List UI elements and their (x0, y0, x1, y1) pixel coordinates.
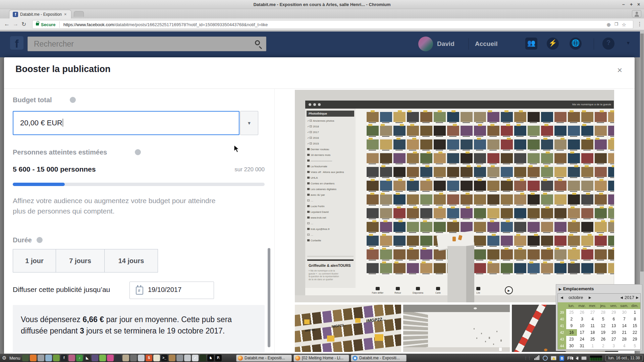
bookmark-star-icon[interactable]: ☆ (622, 22, 626, 28)
window-maximize-button[interactable]: + (630, 2, 633, 7)
screen-app-icon[interactable] (176, 355, 183, 361)
duration-info-icon[interactable] (37, 237, 43, 243)
package-app-icon[interactable] (169, 355, 175, 361)
firefox-icon[interactable] (30, 355, 37, 361)
calendar-day-selected[interactable]: 16 (566, 329, 577, 336)
color-wheel-app-icon[interactable] (107, 355, 114, 361)
cpu-graph-icon[interactable] (590, 355, 602, 361)
green-dots-app-icon[interactable] (99, 355, 106, 361)
calendar-day[interactable]: 13 (608, 322, 619, 329)
unity-icon[interactable]: ◣ (84, 355, 91, 361)
back-icon[interactable]: ← (4, 21, 10, 27)
calendar-day[interactable]: 10 (577, 322, 588, 329)
calendar-day[interactable]: 25 (587, 336, 598, 343)
spiral-app-icon[interactable] (53, 355, 60, 361)
account-caret-icon[interactable]: ▼ (626, 40, 631, 46)
calendar-day[interactable]: 24 (577, 336, 588, 343)
reach-info-icon[interactable] (135, 149, 141, 155)
calendar-day[interactable]: 6 (608, 316, 619, 322)
save-card-icon[interactable]: ❐ (614, 22, 618, 26)
pin-tool-icon[interactable] (122, 355, 129, 361)
calendar-day[interactable]: 26 (598, 336, 609, 343)
taskbar-window-button[interactable]: [02 Melting Home - Ll... (293, 355, 349, 362)
duration-option-14-jours[interactable]: 14 jours (105, 249, 158, 273)
prev-year-icon[interactable]: ◀ (620, 296, 623, 299)
reload-icon[interactable]: ↻ (21, 21, 26, 28)
next-year-icon[interactable]: ▶ (636, 296, 639, 299)
calendar-day[interactable]: 23 (566, 336, 577, 343)
calendar-day[interactable]: 1 (630, 309, 640, 316)
notifications-globe-icon[interactable]: 🌐 (570, 38, 582, 50)
budget-input[interactable]: 20,00 € EUR (13, 111, 239, 135)
emplacements-header[interactable]: ▶Emplacements (559, 286, 594, 291)
window-close-button[interactable]: × (637, 2, 640, 7)
facebook-search-box[interactable] (28, 37, 266, 51)
pd-app-icon[interactable]: P. (215, 355, 222, 361)
audio-jack-icon[interactable] (130, 355, 137, 361)
taskbar-window-button[interactable]: Databit.me - Expositi... (236, 355, 292, 362)
video-editor-icon[interactable] (115, 355, 121, 361)
notes-app-icon[interactable] (153, 355, 160, 361)
dialog-scrollbar-thumb[interactable] (268, 248, 270, 347)
budget-info-icon[interactable] (70, 97, 76, 103)
calendar-day[interactable]: 3 (608, 343, 619, 349)
date-picker-field[interactable]: 19/10/2017 (129, 282, 214, 299)
terminal-launcher-icon[interactable] (22, 355, 29, 361)
calendar-day[interactable]: 19 (598, 329, 609, 336)
prev-month-icon[interactable]: ◀ (560, 296, 563, 299)
search-icon[interactable] (255, 40, 260, 45)
display-warning-icon[interactable] (551, 356, 556, 360)
sublime-icon[interactable]: S (146, 355, 152, 361)
power-icon[interactable] (581, 356, 587, 360)
help-icon[interactable]: ? (602, 38, 614, 50)
calendar-day[interactable]: 11 (587, 322, 598, 329)
new-tab-button[interactable] (74, 11, 84, 17)
forward-icon[interactable]: → (13, 21, 18, 27)
gimp-icon[interactable] (38, 355, 44, 361)
calendar-day[interactable]: 21 (619, 329, 630, 336)
calendar-day[interactable]: 2 (598, 343, 609, 349)
page-scrollbar-thumb[interactable] (640, 34, 644, 272)
calendar-day[interactable]: 5 (598, 316, 609, 322)
calendar-day[interactable]: 27 (587, 309, 598, 316)
taskbar-menu-button[interactable]: Menu (9, 356, 20, 361)
calendar-day[interactable]: 30 (566, 343, 577, 349)
calendar-day[interactable]: 30 (619, 309, 630, 316)
calendar-day[interactable]: 5 (630, 343, 640, 349)
calendar-day[interactable]: 7 (619, 316, 630, 322)
post-photo-preview[interactable]: Ma vie numérique a de la gueule Photothè… (295, 90, 614, 302)
calendar-day[interactable]: 9 (566, 322, 577, 329)
clock-check-icon[interactable]: ✓ (192, 355, 199, 361)
zoom-icon[interactable]: ⊕ (606, 22, 611, 28)
duration-option-1-jour[interactable]: 1 jour (13, 249, 56, 273)
photo-thumbnail-1[interactable]: IMGP22...IMGP22...IMGP22... (295, 305, 401, 352)
calendar-day[interactable]: 29 (608, 309, 619, 316)
volume-icon[interactable] (576, 357, 578, 360)
bluetooth-icon[interactable]: B (559, 356, 564, 361)
profile-link[interactable]: David (437, 40, 454, 48)
browser-profile-button[interactable] (632, 10, 641, 17)
taskbar-window-button[interactable]: Databit.me - Expositi... (351, 355, 407, 362)
calendar-day[interactable]: 14 (619, 322, 630, 329)
music-app-icon[interactable]: ♪ (76, 355, 83, 361)
budget-dropdown-button[interactable]: ▼ (240, 111, 258, 135)
next-month-icon[interactable]: ▶ (589, 296, 591, 299)
calendar-day[interactable]: 25 (566, 309, 577, 316)
calendar-day[interactable]: 29 (630, 336, 640, 343)
calendar-day[interactable]: 18 (587, 329, 598, 336)
calendar-day[interactable]: 4 (619, 343, 630, 349)
horse-app-icon[interactable]: ♞ (207, 355, 214, 361)
media-app-icon[interactable]: f (61, 355, 67, 361)
url-bar[interactable]: Secure https://www.facebook.com/databitm… (32, 20, 633, 29)
gear-icon[interactable]: ⚙ (2, 355, 6, 361)
calendar-day[interactable]: 17 (577, 329, 588, 336)
window-minimize-button[interactable]: – (622, 2, 625, 7)
browser-menu-icon[interactable]: ⋮ (637, 21, 642, 27)
tab-close-icon[interactable]: × (64, 12, 67, 17)
friend-requests-icon[interactable]: 👥 (525, 38, 537, 50)
dialog-close-icon[interactable]: × (617, 67, 622, 73)
network-signal-icon[interactable] (534, 355, 540, 361)
calendar-day[interactable]: 2 (566, 316, 577, 322)
facebook-logo[interactable]: f (10, 36, 23, 50)
calendar-day[interactable]: 8 (630, 316, 640, 322)
